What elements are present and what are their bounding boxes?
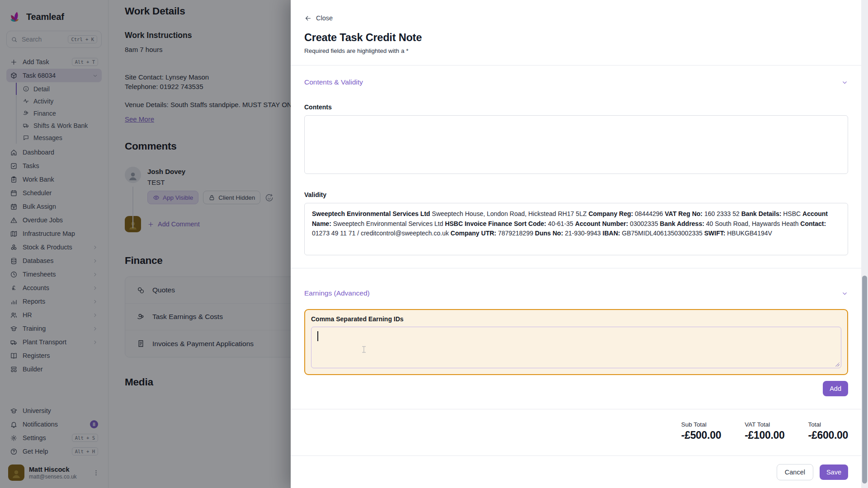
contents-validity-section-toggle[interactable]: Contents & Validity xyxy=(304,78,848,86)
validity-textarea[interactable]: Sweeptech Environmental Services Ltd Swe… xyxy=(304,203,848,255)
totals-summary: Sub Total-£500.00VAT Total-£100.00Total-… xyxy=(291,409,868,441)
add-button[interactable]: Add xyxy=(823,381,848,396)
validity-label: Validity xyxy=(304,191,848,198)
modal-title: Create Task Credit Note xyxy=(304,31,848,44)
earning-ids-textarea[interactable] xyxy=(311,327,841,368)
modal-footer: Cancel Save xyxy=(291,455,868,488)
resize-handle[interactable] xyxy=(835,362,840,366)
ibeam-cursor xyxy=(362,346,366,353)
contents-textarea[interactable] xyxy=(304,115,848,174)
scrollbar-thumb[interactable] xyxy=(862,276,867,483)
sub-total: Sub Total-£500.00 xyxy=(681,421,721,441)
total: Total-£600.00 xyxy=(808,421,848,441)
contents-validity-section: Contents & Validity Contents Validity Sw… xyxy=(291,66,868,268)
scrollbar-track[interactable] xyxy=(861,0,868,488)
arrow-left-icon xyxy=(304,14,312,22)
earning-ids-field-group: Comma Separated Earning IDs xyxy=(304,309,848,375)
vat-total: VAT Total-£100.00 xyxy=(745,421,784,441)
cancel-button[interactable]: Cancel xyxy=(777,464,813,480)
earnings-section-toggle[interactable]: Earnings (Advanced) xyxy=(304,289,848,297)
close-button[interactable]: Close xyxy=(304,14,333,23)
chevron-down-icon xyxy=(841,290,848,297)
modal-subtitle: Required fields are highlighted with a * xyxy=(304,47,848,54)
contents-label: Contents xyxy=(304,103,848,111)
earnings-section: Earnings (Advanced) Comma Separated Earn… xyxy=(291,268,868,409)
create-task-credit-note-modal: Close Create Task Credit Note Required f… xyxy=(291,0,868,488)
save-button[interactable]: Save xyxy=(820,465,848,480)
chevron-down-icon xyxy=(841,79,848,86)
text-caret xyxy=(317,331,318,341)
earning-ids-label: Comma Separated Earning IDs xyxy=(311,315,841,323)
